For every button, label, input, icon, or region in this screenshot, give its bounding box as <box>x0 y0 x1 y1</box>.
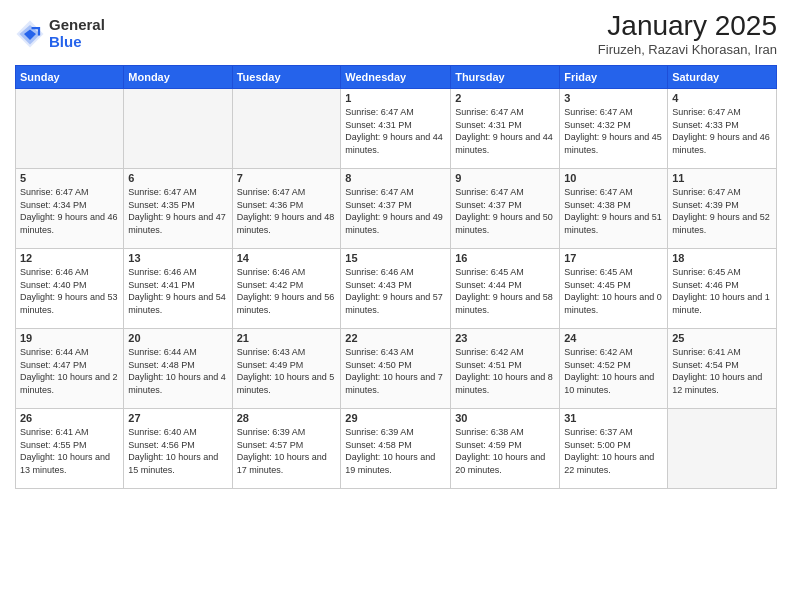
day-number: 21 <box>237 332 337 344</box>
day-info: Sunrise: 6:39 AM Sunset: 4:58 PM Dayligh… <box>345 426 446 476</box>
calendar-cell: 28Sunrise: 6:39 AM Sunset: 4:57 PM Dayli… <box>232 409 341 489</box>
day-number: 7 <box>237 172 337 184</box>
day-info: Sunrise: 6:39 AM Sunset: 4:57 PM Dayligh… <box>237 426 337 476</box>
calendar-cell: 22Sunrise: 6:43 AM Sunset: 4:50 PM Dayli… <box>341 329 451 409</box>
header: General Blue January 2025 Firuzeh, Razav… <box>15 10 777 57</box>
day-number: 22 <box>345 332 446 344</box>
calendar-cell: 2Sunrise: 6:47 AM Sunset: 4:31 PM Daylig… <box>451 89 560 169</box>
calendar-cell: 21Sunrise: 6:43 AM Sunset: 4:49 PM Dayli… <box>232 329 341 409</box>
day-number: 20 <box>128 332 227 344</box>
day-info: Sunrise: 6:47 AM Sunset: 4:31 PM Dayligh… <box>455 106 555 156</box>
weekday-header-tuesday: Tuesday <box>232 66 341 89</box>
logo-text: General Blue <box>49 17 105 50</box>
day-number: 24 <box>564 332 663 344</box>
day-number: 13 <box>128 252 227 264</box>
day-info: Sunrise: 6:38 AM Sunset: 4:59 PM Dayligh… <box>455 426 555 476</box>
calendar-cell: 14Sunrise: 6:46 AM Sunset: 4:42 PM Dayli… <box>232 249 341 329</box>
day-number: 11 <box>672 172 772 184</box>
calendar-cell: 10Sunrise: 6:47 AM Sunset: 4:38 PM Dayli… <box>560 169 668 249</box>
logo: General Blue <box>15 17 105 50</box>
day-number: 6 <box>128 172 227 184</box>
calendar-cell: 24Sunrise: 6:42 AM Sunset: 4:52 PM Dayli… <box>560 329 668 409</box>
calendar-cell: 19Sunrise: 6:44 AM Sunset: 4:47 PM Dayli… <box>16 329 124 409</box>
day-number: 1 <box>345 92 446 104</box>
day-number: 26 <box>20 412 119 424</box>
calendar-cell <box>668 409 777 489</box>
day-info: Sunrise: 6:46 AM Sunset: 4:40 PM Dayligh… <box>20 266 119 316</box>
calendar-cell: 7Sunrise: 6:47 AM Sunset: 4:36 PM Daylig… <box>232 169 341 249</box>
calendar-cell: 30Sunrise: 6:38 AM Sunset: 4:59 PM Dayli… <box>451 409 560 489</box>
logo-general-text: General <box>49 17 105 34</box>
day-info: Sunrise: 6:43 AM Sunset: 4:50 PM Dayligh… <box>345 346 446 396</box>
calendar-cell <box>232 89 341 169</box>
calendar-cell: 3Sunrise: 6:47 AM Sunset: 4:32 PM Daylig… <box>560 89 668 169</box>
day-info: Sunrise: 6:46 AM Sunset: 4:42 PM Dayligh… <box>237 266 337 316</box>
day-number: 15 <box>345 252 446 264</box>
calendar-cell: 9Sunrise: 6:47 AM Sunset: 4:37 PM Daylig… <box>451 169 560 249</box>
day-number: 23 <box>455 332 555 344</box>
calendar-cell: 20Sunrise: 6:44 AM Sunset: 4:48 PM Dayli… <box>124 329 232 409</box>
week-row-3: 12Sunrise: 6:46 AM Sunset: 4:40 PM Dayli… <box>16 249 777 329</box>
day-info: Sunrise: 6:42 AM Sunset: 4:51 PM Dayligh… <box>455 346 555 396</box>
month-title: January 2025 <box>598 10 777 42</box>
week-row-2: 5Sunrise: 6:47 AM Sunset: 4:34 PM Daylig… <box>16 169 777 249</box>
calendar-cell <box>124 89 232 169</box>
weekday-header-saturday: Saturday <box>668 66 777 89</box>
page-container: General Blue January 2025 Firuzeh, Razav… <box>0 0 792 499</box>
day-info: Sunrise: 6:47 AM Sunset: 4:33 PM Dayligh… <box>672 106 772 156</box>
calendar-cell: 5Sunrise: 6:47 AM Sunset: 4:34 PM Daylig… <box>16 169 124 249</box>
calendar-cell: 12Sunrise: 6:46 AM Sunset: 4:40 PM Dayli… <box>16 249 124 329</box>
location: Firuzeh, Razavi Khorasan, Iran <box>598 42 777 57</box>
day-number: 27 <box>128 412 227 424</box>
day-info: Sunrise: 6:44 AM Sunset: 4:47 PM Dayligh… <box>20 346 119 396</box>
day-info: Sunrise: 6:47 AM Sunset: 4:35 PM Dayligh… <box>128 186 227 236</box>
day-info: Sunrise: 6:45 AM Sunset: 4:46 PM Dayligh… <box>672 266 772 316</box>
day-number: 19 <box>20 332 119 344</box>
day-number: 30 <box>455 412 555 424</box>
weekday-header-friday: Friday <box>560 66 668 89</box>
calendar-cell: 26Sunrise: 6:41 AM Sunset: 4:55 PM Dayli… <box>16 409 124 489</box>
calendar-cell: 25Sunrise: 6:41 AM Sunset: 4:54 PM Dayli… <box>668 329 777 409</box>
day-number: 10 <box>564 172 663 184</box>
day-info: Sunrise: 6:47 AM Sunset: 4:36 PM Dayligh… <box>237 186 337 236</box>
day-info: Sunrise: 6:45 AM Sunset: 4:44 PM Dayligh… <box>455 266 555 316</box>
day-info: Sunrise: 6:44 AM Sunset: 4:48 PM Dayligh… <box>128 346 227 396</box>
calendar-cell: 23Sunrise: 6:42 AM Sunset: 4:51 PM Dayli… <box>451 329 560 409</box>
calendar-cell: 4Sunrise: 6:47 AM Sunset: 4:33 PM Daylig… <box>668 89 777 169</box>
day-number: 2 <box>455 92 555 104</box>
day-number: 14 <box>237 252 337 264</box>
day-info: Sunrise: 6:46 AM Sunset: 4:41 PM Dayligh… <box>128 266 227 316</box>
week-row-1: 1Sunrise: 6:47 AM Sunset: 4:31 PM Daylig… <box>16 89 777 169</box>
calendar: SundayMondayTuesdayWednesdayThursdayFrid… <box>15 65 777 489</box>
day-number: 9 <box>455 172 555 184</box>
day-info: Sunrise: 6:47 AM Sunset: 4:31 PM Dayligh… <box>345 106 446 156</box>
day-info: Sunrise: 6:47 AM Sunset: 4:39 PM Dayligh… <box>672 186 772 236</box>
day-info: Sunrise: 6:42 AM Sunset: 4:52 PM Dayligh… <box>564 346 663 396</box>
day-number: 28 <box>237 412 337 424</box>
calendar-cell: 16Sunrise: 6:45 AM Sunset: 4:44 PM Dayli… <box>451 249 560 329</box>
weekday-header-row: SundayMondayTuesdayWednesdayThursdayFrid… <box>16 66 777 89</box>
day-info: Sunrise: 6:40 AM Sunset: 4:56 PM Dayligh… <box>128 426 227 476</box>
calendar-cell <box>16 89 124 169</box>
day-number: 31 <box>564 412 663 424</box>
calendar-cell: 8Sunrise: 6:47 AM Sunset: 4:37 PM Daylig… <box>341 169 451 249</box>
day-number: 8 <box>345 172 446 184</box>
day-info: Sunrise: 6:45 AM Sunset: 4:45 PM Dayligh… <box>564 266 663 316</box>
day-info: Sunrise: 6:46 AM Sunset: 4:43 PM Dayligh… <box>345 266 446 316</box>
weekday-header-sunday: Sunday <box>16 66 124 89</box>
day-number: 25 <box>672 332 772 344</box>
day-info: Sunrise: 6:37 AM Sunset: 5:00 PM Dayligh… <box>564 426 663 476</box>
day-info: Sunrise: 6:47 AM Sunset: 4:37 PM Dayligh… <box>455 186 555 236</box>
calendar-cell: 29Sunrise: 6:39 AM Sunset: 4:58 PM Dayli… <box>341 409 451 489</box>
day-info: Sunrise: 6:43 AM Sunset: 4:49 PM Dayligh… <box>237 346 337 396</box>
day-info: Sunrise: 6:47 AM Sunset: 4:34 PM Dayligh… <box>20 186 119 236</box>
calendar-cell: 15Sunrise: 6:46 AM Sunset: 4:43 PM Dayli… <box>341 249 451 329</box>
calendar-cell: 6Sunrise: 6:47 AM Sunset: 4:35 PM Daylig… <box>124 169 232 249</box>
weekday-header-wednesday: Wednesday <box>341 66 451 89</box>
calendar-cell: 17Sunrise: 6:45 AM Sunset: 4:45 PM Dayli… <box>560 249 668 329</box>
calendar-cell: 13Sunrise: 6:46 AM Sunset: 4:41 PM Dayli… <box>124 249 232 329</box>
day-info: Sunrise: 6:47 AM Sunset: 4:32 PM Dayligh… <box>564 106 663 156</box>
day-number: 12 <box>20 252 119 264</box>
day-info: Sunrise: 6:47 AM Sunset: 4:37 PM Dayligh… <box>345 186 446 236</box>
weekday-header-thursday: Thursday <box>451 66 560 89</box>
